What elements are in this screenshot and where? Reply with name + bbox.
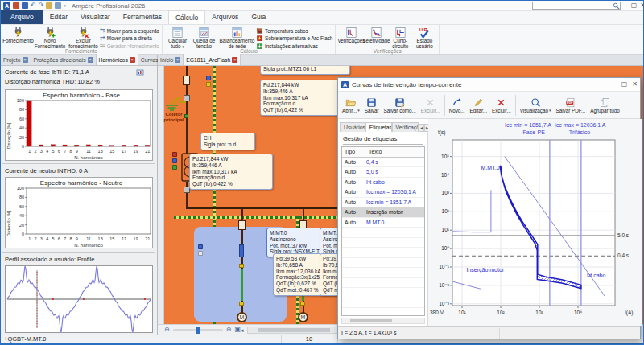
ribbon-button-selectivity[interactable]: Seletividade [364,26,388,44]
table-row-empty[interactable] [342,228,424,238]
qat-folder-icon[interactable] [46,2,52,9]
incoming-feeder-wire[interactable] [186,182,188,207]
dialog-toolbar-delete-red[interactable]: Excluir... [489,97,514,114]
ribbon-button-voltage-drop[interactable]: Queda de tensão [190,26,218,50]
maximize-button[interactable]: ▢ [630,1,638,10]
labels-table[interactable]: Tipo Texto Auto0,4 sAuto5,0 sAutoI²t cab… [341,146,425,316]
dialog-toolbar-folder-open[interactable]: Abrir...▾ [340,97,362,114]
menu-tab-guia[interactable]: Guia [245,10,272,24]
menu-tab-arquivo[interactable]: Arquivo [1,10,43,24]
menu-tab-arquivos[interactable]: Arquivos [205,10,245,24]
tab-eg1811-arcflash[interactable]: EG1811_ArcFlash× [184,54,241,65]
dialog-toolbar-save[interactable]: Salvar [362,97,382,114]
motor0-terminal-symbol[interactable] [239,302,244,306]
incoming-name-box[interactable]: Q.MT.0Sigla prot.:MTZ1 06 L1 [260,66,350,75]
ribbon-button-balance[interactable]: Balanceamento de rede [218,26,256,50]
dropdown-arrow-icon[interactable]: ▾ [357,108,360,113]
tab-prote-es-direcionais[interactable]: Proteções direcionais× [31,54,97,65]
table-row[interactable]: AutoInserção motor [342,207,424,218]
qat-doc-icon[interactable] [13,2,19,9]
motor0-breaker-symbol[interactable] [238,220,246,230]
column-header-texto[interactable]: Texto [366,147,424,158]
dialog-maximize-button[interactable]: ▢ [619,79,630,89]
table-row-empty[interactable] [342,258,424,269]
chart-tools-icon[interactable] [136,68,144,76]
zoom-out-icon[interactable]: ⊖ [164,326,170,334]
dialog-toolbar-pdf[interactable]: PDFSalvar PDF... [554,97,588,114]
tab-harm-nicos[interactable]: Harmônicos× [97,54,138,65]
table-row-empty[interactable] [342,298,424,309]
qat-save-icon[interactable] [22,2,28,9]
tab-scroll-left-icon[interactable]: ◂ [419,124,424,132]
minimize-button[interactable]: – [621,1,630,10]
canvas-hscroll-thumb[interactable] [258,328,330,332]
labels-table-hscrollbar[interactable] [341,318,425,324]
ribbon-button-plug-delete[interactable]: Excluir fornecimento [67,26,100,50]
table-row-empty[interactable] [342,248,424,258]
dialog-close-button[interactable]: ✕ [630,79,640,89]
dropdown-arrow-icon[interactable]: ▾ [549,108,551,113]
time-current-chart[interactable]: 5,0 s0,4 sM.MT.0I²t caboInserção motorIc… [428,119,642,326]
incoming-breaker-symbol[interactable] [183,76,190,85]
ribbon-button-calc-all[interactable]: Calcular tudo ▾ [165,26,190,50]
zoom-slider[interactable] [173,329,223,331]
motor0-terminal-symbol[interactable] [239,264,244,268]
ribbon-item-arc-flash[interactable]: Sobretemperatura e Arc-Flash [256,35,332,43]
tab-projeto[interactable]: Projeto× [1,54,31,65]
dialog-tab-verificaçõ[interactable]: Verificaçõ [392,122,419,132]
close-button[interactable]: ✕ [638,1,644,10]
tab-close-icon[interactable]: × [232,57,237,63]
table-row[interactable]: AutoIcc min = 1851,7 A [342,198,424,208]
dialog-title-bar[interactable]: A Curvas de intervenção tempo-corrente ▢… [338,78,640,92]
fit-view-icon[interactable]: ▣ [234,326,241,334]
ribbon-item-move-left[interactable]: ⇆Mover para a esquerda [100,27,159,35]
dialog-tab-etiquetas[interactable]: Etiquetas [365,122,392,132]
curves-dialog[interactable]: A Curvas de intervenção tempo-corrente ▢… [337,77,641,339]
tab-close-icon[interactable]: × [130,57,135,63]
dialog-toolbar-save-as[interactable]: Salvar como... [382,97,419,114]
table-row[interactable]: AutoM.MT.0 [342,218,424,228]
dialog-toolbar-preview[interactable]: Visualização▾ [518,97,554,114]
qat-dropdown-icon[interactable]: ▾ [64,2,66,10]
qat-grid-icon[interactable] [55,2,61,9]
table-row[interactable]: AutoI²t cabo [342,178,424,188]
menu-tab-ferramentas[interactable]: Ferramentas [117,10,168,24]
table-row-empty[interactable] [342,288,424,298]
table-row-empty[interactable] [342,308,424,316]
undo-icon[interactable]: ↶ [31,2,36,10]
tab-in-cio[interactable]: Início× [158,54,184,65]
table-row-empty[interactable] [342,268,424,278]
dialog-toolbar-edit[interactable]: Editar... [468,97,489,114]
labels-table-hscroll-thumb[interactable] [350,319,392,322]
motor1-terminal-symbol[interactable] [300,302,305,306]
menu-tab-visualizar[interactable]: Visualizar [74,10,117,24]
table-row-empty[interactable] [342,278,424,289]
search-box[interactable] [532,2,621,10]
dialog-toolbar-group-all[interactable]: Agrupar tudo [588,97,621,114]
zoom-slider-thumb[interactable] [196,327,200,334]
table-row[interactable]: Auto0,4 s [342,158,424,168]
tab-close-icon[interactable]: × [88,57,93,63]
ribbon-item-move-right[interactable]: ⇄Mover para a direita [100,35,159,43]
switch-data-box[interactable]: Pd:217,844 kWIb:359,446 AIkm max:10,317 … [189,154,273,190]
ribbon-item-cable-temp[interactable]: Temperatura cabos [256,27,332,35]
search-input[interactable] [533,2,613,9]
tab-close-icon[interactable]: × [23,57,28,63]
ribbon-button-check-curves[interactable]: Verificações [338,26,364,44]
switch-name-box[interactable]: CHSigla prot.:n.d. [200,133,255,150]
redo-icon[interactable]: ↷ [39,2,44,10]
ground-collector-icon[interactable] [164,95,184,111]
table-row[interactable]: AutoIcc max = 12036,1 A [342,187,424,198]
menu-tab-editar[interactable]: Editar [43,10,74,24]
ribbon-button-user-state[interactable]: U:REstado usuário [412,26,436,50]
ribbon-button-plug[interactable]: Fornecimento [3,26,33,44]
motor0-contactor-symbol[interactable] [239,244,244,257]
tab-close-icon[interactable]: × [175,57,180,63]
disconnector-symbol[interactable] [184,95,190,101]
table-row[interactable]: Auto5,0 s [342,167,424,178]
zoom-in-icon[interactable]: ⊕ [226,326,232,334]
search-icon[interactable] [613,2,620,10]
motor1-symbol[interactable]: M [298,312,308,322]
scroll-left-icon[interactable]: ◂ [241,327,244,334]
column-header-tipo[interactable]: Tipo [342,147,366,158]
